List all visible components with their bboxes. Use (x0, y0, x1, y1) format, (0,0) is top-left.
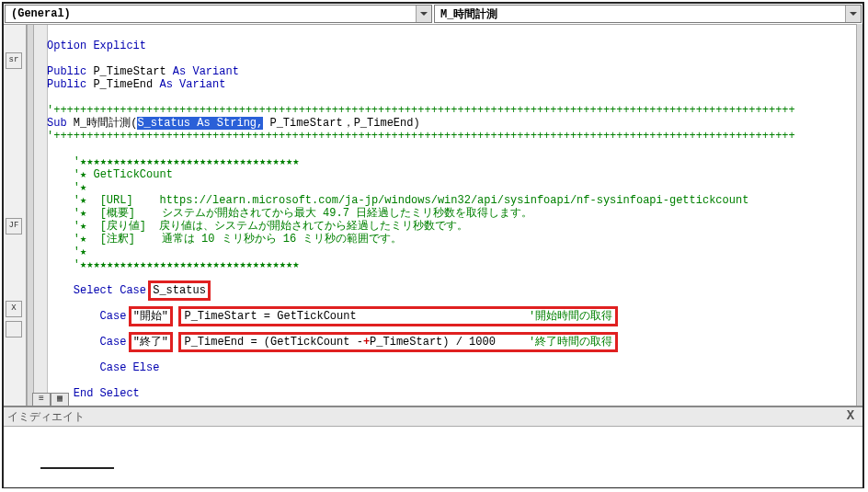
code-line: Option Explicit (47, 40, 146, 52)
main-row: sr JF X Option Explicit Public P_TimeSta… (4, 25, 862, 408)
left-gutter: sr JF X (4, 25, 27, 408)
code-line: '★ [戻り値] 戻り値は、システムが開始されてから経過したミリ秒数です。 (47, 220, 468, 233)
object-dropdown-label: (General) (6, 7, 416, 20)
code-line: '+++++++++++++++++++++++++++++++++++++++… (47, 130, 795, 143)
caret-icon: + (363, 336, 370, 349)
procedure-dropdown-label: M_時間計測 (435, 6, 845, 22)
vertical-scrollbar[interactable] (856, 24, 862, 407)
code-line: '+++++++++++++++++++++++++++++++++++++++… (47, 104, 795, 117)
splitter-bar[interactable] (27, 25, 34, 408)
code-line: '★ [URL] https://learn.microsoft.com/ja-… (47, 194, 748, 207)
immediate-caret-line (40, 467, 114, 469)
code-line: '★ [注釈] 通常は 10 ミリ秒から 16 ミリ秒の範囲です。 (47, 233, 402, 246)
selected-text: S_status As String, (137, 117, 263, 130)
code-line: Public P_TimeEnd As Variant (47, 78, 225, 91)
code-pane[interactable]: Option Explicit Public P_TimeStart As Va… (34, 25, 862, 408)
code-line: '★★★★★★★★★★★★★★★★★★★★★★★★★★★★★★★★★ (47, 258, 299, 271)
code-line: '★★★★★★★★★★★★★★★★★★★★★★★★★★★★★★★★★ (47, 155, 299, 168)
annotation-box: "開始" (131, 309, 170, 324)
code-line: '★ (47, 181, 86, 194)
annotation-box: P_TimeEnd = (GetTickCount -+P_TimeStart)… (181, 335, 615, 349)
annotation-box: S_status (151, 283, 208, 298)
annotation-box: "終了" (131, 335, 170, 349)
gutter-marker[interactable] (6, 321, 22, 338)
immediate-window: イミディエイト X (4, 406, 862, 486)
window-frame: (General) M_時間計測 sr JF X Option Explicit… (2, 2, 864, 488)
code-line: '★ [概要] システムが開始されてから最大 49.7 日経過したミリ秒数を取得… (47, 207, 532, 220)
code-line: Case "終了" P_TimeEnd = (GetTickCount -+P_… (47, 336, 615, 349)
code-line: Select Case S_status (47, 284, 206, 297)
immediate-window-titlebar[interactable]: イミディエイト X (4, 407, 862, 427)
immediate-window-title: イミディエイト (7, 409, 85, 425)
code-line: Public P_TimeStart As Variant (47, 65, 239, 78)
annotation-box: P_TimeStart = GetTickCount '開始時間の取得 (181, 309, 615, 324)
gutter-marker[interactable]: X (6, 301, 22, 317)
procedure-dropdown[interactable]: M_時間計測 (434, 5, 862, 23)
gutter-marker[interactable]: sr (6, 52, 22, 69)
immediate-window-body[interactable] (4, 427, 862, 487)
gutter-marker[interactable]: JF (6, 218, 22, 235)
code-line: Case Else (47, 361, 159, 374)
code-content: Option Explicit Public P_TimeStart As Va… (47, 25, 862, 408)
code-line: Sub M_時間計測(S_status As String, P_TimeSta… (47, 117, 420, 130)
code-line: Case "開始" P_TimeStart = GetTickCount '開始… (47, 310, 615, 323)
object-dropdown[interactable]: (General) (5, 5, 432, 23)
code-line: '★ (47, 246, 86, 258)
code-pane-dropdown-bar: (General) M_時間計測 (4, 4, 862, 25)
chevron-down-icon (416, 6, 431, 22)
close-icon[interactable]: X (842, 409, 859, 424)
code-line: '★ GetTickCount (47, 168, 173, 181)
chevron-down-icon (845, 6, 861, 22)
indicator-margin (34, 25, 48, 408)
